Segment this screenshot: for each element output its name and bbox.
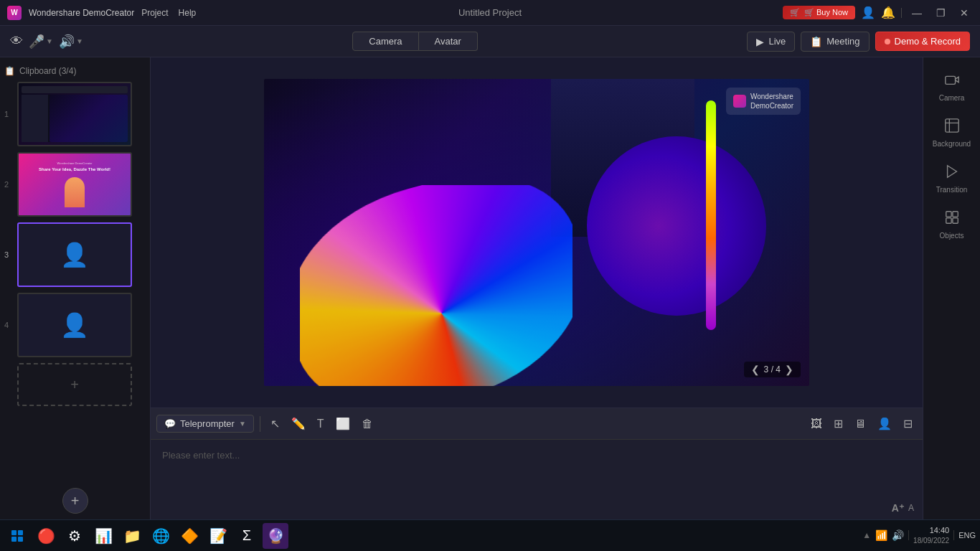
panel-item-camera[interactable]: Camera [926, 65, 978, 109]
taskbar-icon-files[interactable]: 📁 [119, 523, 145, 549]
view-monitor-btn[interactable]: 🖥 [850, 414, 870, 433]
slide-item-4[interactable]: 4 👤 [4, 293, 146, 357]
svg-rect-4 [952, 212, 957, 217]
view-grid-btn[interactable]: ⊞ [829, 414, 847, 433]
watermark-logo [733, 95, 746, 108]
objects-panel-label: Objects [940, 232, 964, 240]
taskbar-icon-greek[interactable]: Σ [234, 523, 260, 549]
svg-rect-0 [945, 76, 955, 84]
slide-item-1[interactable]: 1 [4, 82, 146, 146]
background-panel-icon [944, 118, 960, 137]
background-panel-label: Background [933, 140, 971, 148]
add-slide-dashed[interactable]: + [17, 363, 132, 406]
slide-thumb-4[interactable]: 👤 [17, 293, 132, 357]
watermark-text: Wondershare DemoCreator [750, 92, 793, 110]
speaker-icon-btn[interactable]: 🔊 [59, 34, 75, 50]
cursor-tool-btn[interactable]: ↖ [266, 414, 284, 433]
panel-item-objects[interactable]: Objects [926, 202, 978, 247]
camera-mode-btn[interactable]: Camera [352, 32, 418, 51]
add-slide-bottom-btn[interactable]: + [62, 488, 88, 514]
clock: 14:40 18/09/2022 [913, 525, 949, 546]
slide-number-1: 1 [4, 110, 13, 118]
circle-shape [587, 136, 766, 316]
clipboard-icon: 📋 [4, 66, 15, 76]
font-decrease-btn[interactable]: A [908, 503, 914, 513]
avatar-mode-btn[interactable]: Avatar [419, 32, 478, 51]
eye-icon-btn[interactable]: 👁 [10, 34, 23, 49]
slide-thumb-1[interactable] [17, 82, 132, 146]
mic-icon-btn[interactable]: 🎤 [29, 34, 44, 50]
slide-thumb-3[interactable]: 👤 [17, 222, 132, 287]
transition-panel-label: Transition [936, 186, 968, 194]
panel-item-background[interactable]: Background [926, 110, 978, 155]
taskbar-icon-cone[interactable]: 🔶 [176, 523, 202, 549]
teleprompter-dropdown[interactable]: 💬 Teleprompter ▼ [156, 415, 254, 433]
pen-tool-btn[interactable]: ✏️ [287, 414, 310, 433]
teleprompter-label: Teleprompter [180, 418, 235, 429]
titlebar-title: Untitled Project [458, 7, 522, 18]
meeting-btn[interactable]: 📋 Meeting [801, 32, 869, 52]
cart-icon: 🛒 [790, 8, 800, 17]
slide-number-2: 2 [4, 180, 13, 189]
clock-time: 14:40 [913, 525, 949, 536]
menu-help[interactable]: Help [179, 8, 197, 18]
panel-item-transition[interactable]: Transition [926, 156, 978, 201]
buy-now-button[interactable]: 🛒 🛒 Buy Now [783, 6, 855, 19]
svg-rect-3 [946, 212, 951, 217]
minimize-button[interactable]: — [908, 7, 926, 19]
svg-rect-6 [952, 218, 957, 223]
taskbar-icon-word[interactable]: 📝 [205, 523, 231, 549]
clipboard-label: Clipboard (3/4) [19, 66, 76, 76]
taskbar-icon-explorer[interactable]: ⚙ [62, 523, 88, 549]
demo-record-label: Demo & Record [895, 36, 961, 47]
start-btn[interactable] [4, 523, 30, 549]
sidebar-header: 📋 Clipboard (3/4) [4, 63, 146, 82]
slide-item-2[interactable]: 2 Wondershare DemoCreator Share Your Ide… [4, 152, 146, 217]
live-btn[interactable]: ▶ Live [747, 32, 795, 52]
record-dot-icon [885, 39, 890, 44]
nav-next-btn[interactable]: ❯ [785, 364, 793, 375]
taskbar-icon-search[interactable]: 🔴 [33, 523, 59, 549]
demo-record-btn[interactable]: Demo & Record [875, 32, 970, 51]
teleprompter-view-buttons: 🖼 ⊞ 🖥 👤 ⊟ [806, 414, 917, 433]
speaker-group: 🔊 ▼ [59, 34, 83, 50]
main-content: 📋 Clipboard (3/4) 1 2 W [0, 57, 980, 519]
eraser-tool-btn[interactable]: 🗑 [357, 415, 377, 433]
slide-item-3[interactable]: 3 👤 [4, 222, 146, 287]
view-person-btn[interactable]: 👤 [873, 414, 896, 433]
live-icon: ▶ [756, 36, 764, 47]
teleprompter-content: Please enter text... A⁺ A [151, 440, 923, 519]
right-panel: Camera Background Transition Objects [923, 57, 980, 519]
slide-thumb-2[interactable]: Wondershare DemoCreator Share Your Idea,… [17, 152, 132, 217]
notification-icon-btn[interactable]: 🔔 [881, 6, 895, 19]
teleprompter-dropdown-arrow: ▼ [239, 420, 246, 428]
language-btn[interactable]: ENG [958, 531, 976, 540]
toolbar-left: 👁 🎤 ▼ 🔊 ▼ [10, 34, 83, 50]
close-button[interactable]: ✕ [956, 7, 973, 19]
titlebar: W Wondershare DemoCreator Project Help U… [0, 0, 980, 26]
speaker-dropdown-btn[interactable]: ▼ [76, 37, 83, 45]
slide-number-3: 3 [4, 250, 13, 259]
teleprompter-area: 💬 Teleprompter ▼ ↖ ✏️ T ⬜ 🗑 🖼 ⊞ 🖥 👤 ⊟ [151, 408, 923, 519]
buy-now-label: 🛒 Buy Now [804, 8, 848, 17]
taskbar-icon-purple[interactable]: 🔮 [263, 523, 288, 549]
meeting-label: Meeting [826, 36, 859, 47]
objects-panel-icon [944, 209, 960, 229]
nav-prev-btn[interactable]: ❮ [751, 364, 760, 375]
camera-panel-icon [944, 72, 960, 91]
view-image-btn[interactable]: 🖼 [806, 414, 826, 433]
view-layout-btn[interactable]: ⊟ [899, 414, 917, 433]
user-icon-btn[interactable]: 👤 [861, 6, 875, 19]
tray-chevron-btn[interactable]: ▲ [862, 530, 871, 540]
mic-dropdown-btn[interactable]: ▼ [46, 37, 53, 45]
font-increase-btn[interactable]: A⁺ [892, 502, 904, 514]
menu-project[interactable]: Project [141, 8, 168, 18]
watermark: Wondershare DemoCreator [726, 88, 801, 115]
slide-number-4: 4 [4, 321, 13, 329]
taskbar-icon-ppt[interactable]: 📊 [90, 523, 116, 549]
taskbar-icon-chrome[interactable]: 🌐 [148, 523, 174, 549]
person-placeholder-3: 👤 [60, 241, 89, 268]
shape-tool-btn[interactable]: ⬜ [331, 414, 354, 433]
text-tool-btn[interactable]: T [313, 415, 329, 433]
maximize-button[interactable]: ❐ [932, 7, 950, 19]
